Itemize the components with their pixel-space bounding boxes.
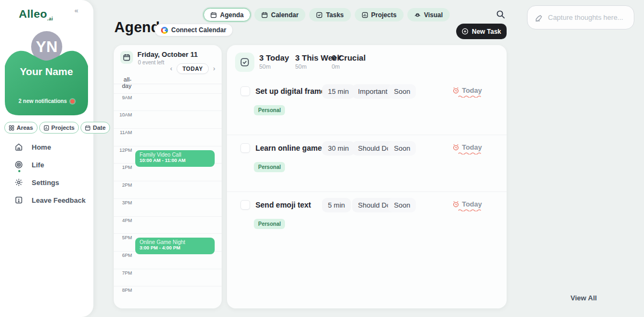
hour-label: 12PM	[114, 148, 132, 153]
task-title[interactable]: Send emoji text	[255, 201, 311, 209]
task-due-date[interactable]: Today	[452, 143, 482, 151]
sidebar-item-settings[interactable]: Settings	[14, 177, 85, 188]
plus-circle-icon	[462, 28, 469, 35]
sidebar-item-life[interactable]: Life	[14, 159, 85, 170]
summary-count: 3 Today	[259, 53, 289, 62]
alarm-icon	[452, 87, 459, 94]
menu-label: Leave Feedback	[32, 196, 85, 204]
task-checkbox[interactable]	[240, 200, 250, 210]
new-task-button[interactable]: New Task	[456, 24, 507, 39]
tab-calendar[interactable]: Calendar	[254, 8, 305, 21]
scribble-icon	[535, 13, 544, 22]
connect-calendar-button[interactable]: Connect Calendar	[155, 24, 233, 36]
tab-agenda[interactable]: Agenda	[203, 8, 251, 21]
hour-row: 8PM	[114, 286, 222, 304]
tasks-panel: 3 Today 50m 3 This Week 50m 0 Crucial 0m…	[227, 45, 507, 308]
due-label: Today	[462, 143, 482, 151]
tasks-header-icon	[235, 53, 254, 72]
all-day-row: all-day	[114, 76, 222, 84]
task-urgency-pill[interactable]: Soon	[388, 198, 416, 212]
event-time: 3:00 PM - 4:00 PM	[140, 245, 210, 250]
user-name: Your Name	[5, 66, 88, 78]
prev-day-icon[interactable]: ‹	[170, 65, 172, 72]
connect-calendar-label: Connect Calendar	[171, 26, 226, 34]
filter-label: Date	[93, 124, 106, 131]
task-title[interactable]: Set up digital frame	[255, 87, 325, 95]
task-urgency-pill[interactable]: Soon	[388, 141, 416, 156]
menu-label: Home	[32, 143, 51, 151]
day-timeline[interactable]: 8AM 9AM 10AM 11AM 12PM 1PM 2PM 3PM 4PM 5…	[114, 76, 222, 308]
view-all-link[interactable]: View All	[570, 294, 597, 302]
tab-label: Tasks	[326, 11, 343, 19]
calendar-event[interactable]: Online Game Night 3:00 PM - 4:00 PM	[135, 238, 215, 254]
due-squiggle	[458, 209, 482, 211]
task-tag[interactable]: Personal	[254, 162, 285, 172]
notifications[interactable]: 2 new notifications	[5, 98, 88, 104]
event-time: 10:00 AM - 11:00 AM	[140, 158, 210, 163]
task-tag[interactable]: Personal	[254, 219, 285, 229]
capture-thoughts-input[interactable]: Capture thoughts here...	[527, 5, 634, 30]
tab-label: Calendar	[271, 11, 298, 19]
hour-row: 7PM	[114, 269, 222, 286]
today-button[interactable]: TODAY	[177, 63, 209, 74]
hour-label: 11AM	[114, 130, 132, 135]
summary-crucial[interactable]: 0 Crucial 0m	[332, 53, 365, 70]
sidebar-item-home[interactable]: Home	[14, 142, 85, 152]
hour-label: 1PM	[114, 165, 132, 170]
hour-label: 5PM	[114, 235, 132, 240]
event-title: Family Video Call	[140, 152, 210, 158]
tab-label: Visual	[424, 11, 443, 19]
feedback-icon	[14, 196, 23, 204]
filter-label: Projects	[52, 124, 75, 131]
task-duration-pill[interactable]: 15 min	[322, 84, 355, 99]
tab-projects[interactable]: Projects	[355, 8, 404, 21]
notification-dot	[70, 99, 75, 104]
task-due-date[interactable]: Today	[452, 200, 482, 208]
task-tag[interactable]: Personal	[254, 105, 285, 115]
next-day-icon[interactable]: ›	[213, 65, 215, 72]
hour-label: 9AM	[114, 95, 132, 100]
user-card-wave	[5, 47, 88, 115]
life-target-icon	[14, 160, 23, 169]
event-title: Online Game Night	[140, 239, 210, 245]
task-urgency-pill[interactable]: Soon	[388, 84, 416, 99]
menu-label: Life	[32, 161, 44, 169]
tab-tasks[interactable]: Tasks	[309, 8, 350, 21]
summary-today[interactable]: 3 Today 50m	[259, 53, 289, 70]
task-duration-pill[interactable]: 30 min	[322, 141, 355, 156]
due-squiggle	[458, 95, 482, 98]
gear-icon	[14, 178, 23, 187]
search-icon[interactable]	[496, 10, 507, 20]
task-checkbox[interactable]	[240, 86, 250, 96]
sidebar-menu: Home Life Settings Leave Feedback	[14, 142, 85, 205]
task-row: Send emoji text 5 min Should Do Soon Tod…	[227, 192, 507, 249]
filter-label: Areas	[17, 124, 33, 131]
filter-areas[interactable]: Areas	[4, 122, 38, 134]
hour-label: 8PM	[114, 287, 132, 293]
task-row: Learn online game basics 30 min Should D…	[227, 135, 507, 192]
summary-duration: 50m	[259, 63, 289, 70]
hour-label: 10AM	[114, 112, 132, 117]
hour-label: 3PM	[114, 200, 132, 205]
task-priority-pill[interactable]: Important	[352, 84, 393, 99]
projects-icon	[362, 12, 368, 18]
menu-label: Settings	[32, 179, 59, 187]
filter-projects[interactable]: Projects	[39, 122, 79, 134]
task-duration-pill[interactable]: 5 min	[322, 198, 351, 212]
calendar-event[interactable]: Family Video Call 10:00 AM - 11:00 AM	[135, 150, 215, 167]
hour-label: 2PM	[114, 182, 132, 188]
google-icon	[161, 27, 168, 34]
filter-date[interactable]: Date	[80, 122, 110, 134]
events-left-label: 0 event left	[138, 60, 164, 65]
summary-count: 0 Crucial	[332, 53, 365, 62]
task-checkbox[interactable]	[240, 143, 250, 153]
areas-icon	[9, 125, 14, 131]
task-due-date[interactable]: Today	[452, 86, 482, 94]
hour-label: 4PM	[114, 218, 132, 223]
tab-visual[interactable]: Visual	[407, 8, 450, 21]
hour-row: 10AM	[114, 110, 222, 128]
calendar-icon	[261, 12, 268, 18]
calendar-nav: ‹ TODAY ›	[170, 63, 215, 74]
sidebar-collapse-icon[interactable]: «	[75, 6, 78, 14]
sidebar-item-leave-feedback[interactable]: Leave Feedback	[14, 195, 85, 205]
